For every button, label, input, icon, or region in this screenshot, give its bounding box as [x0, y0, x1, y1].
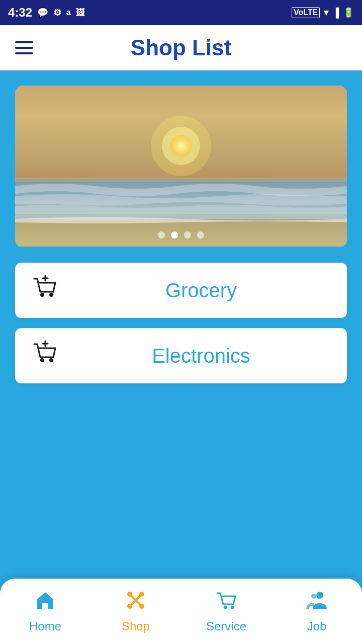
- svg-point-19: [127, 592, 132, 597]
- carousel-dot-1[interactable]: [171, 231, 178, 238]
- volte-icon: VoLTE: [292, 7, 320, 18]
- svg-point-22: [139, 604, 144, 609]
- electronics-label: Electronics: [70, 345, 332, 367]
- image-icon: 🖼: [76, 8, 85, 18]
- svg-point-15: [40, 358, 44, 362]
- nav-home[interactable]: Home: [0, 589, 90, 633]
- hamburger-line-3: [15, 52, 33, 54]
- svg-point-23: [224, 606, 227, 609]
- svg-point-3: [170, 135, 192, 157]
- message-icon: 💬: [37, 7, 48, 18]
- carousel: [15, 86, 347, 248]
- header: Shop List: [0, 25, 362, 70]
- svg-rect-8: [15, 178, 347, 182]
- nav-job[interactable]: Job: [272, 589, 362, 633]
- status-bar: 4:32 💬 ⚙ a 🖼 VoLTE ▾ ▐ 🔋: [0, 0, 362, 25]
- nav-job-label: Job: [307, 619, 327, 633]
- electronics-card[interactable]: Electronics: [15, 328, 347, 383]
- nav-service[interactable]: Service: [181, 589, 272, 633]
- signal-icon: ▐: [332, 8, 339, 18]
- home-icon: [34, 589, 56, 616]
- wifi-icon: ▾: [324, 7, 328, 18]
- status-time: 4:32: [8, 6, 32, 20]
- hamburger-line-1: [15, 41, 33, 43]
- job-icon: [306, 589, 328, 616]
- carousel-dots: [15, 231, 347, 238]
- carousel-dot-0[interactable]: [158, 231, 165, 238]
- main-content: Grocery Electronics: [0, 70, 362, 644]
- grocery-card[interactable]: Grocery: [15, 263, 347, 318]
- amazon-icon: a: [66, 8, 71, 17]
- svg-point-20: [139, 592, 144, 597]
- shop-icon: [125, 589, 147, 616]
- svg-point-26: [311, 594, 316, 599]
- bottom-nav: Home Shop Service: [0, 579, 362, 644]
- service-icon: [215, 589, 237, 616]
- battery-icon: 🔋: [343, 7, 354, 18]
- svg-point-11: [40, 293, 44, 297]
- svg-point-21: [127, 604, 132, 609]
- svg-point-12: [49, 293, 53, 297]
- nav-shop[interactable]: Shop: [90, 589, 181, 633]
- hamburger-line-2: [15, 47, 33, 49]
- electronics-cart-icon: [30, 339, 70, 373]
- hamburger-button[interactable]: [15, 41, 33, 54]
- grocery-label: Grocery: [70, 279, 332, 302]
- svg-point-25: [316, 592, 323, 599]
- carousel-image: [15, 86, 347, 247]
- carousel-dot-2[interactable]: [184, 231, 191, 238]
- svg-point-24: [231, 606, 234, 609]
- page-title: Shop List: [131, 35, 231, 60]
- carousel-dot-3[interactable]: [197, 231, 204, 238]
- svg-point-16: [49, 358, 53, 362]
- grocery-cart-icon: [30, 274, 70, 307]
- settings-icon: ⚙: [53, 7, 61, 18]
- nav-home-label: Home: [29, 619, 61, 633]
- nav-service-label: Service: [206, 619, 246, 633]
- nav-shop-label: Shop: [122, 619, 150, 633]
